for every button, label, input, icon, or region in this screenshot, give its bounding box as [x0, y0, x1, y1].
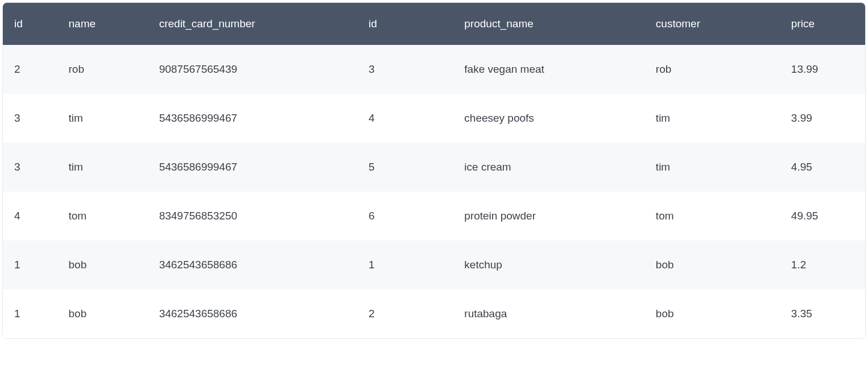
cell-id-2: 2 [357, 289, 453, 338]
data-table: id name credit_card_number id product_na… [3, 3, 865, 338]
col-header-customer: customer [644, 3, 780, 45]
table-row: 4 tom 8349756853250 6 protein powder tom… [3, 192, 865, 240]
cell-product-name: ketchup [453, 240, 644, 289]
cell-price: 49.95 [780, 192, 865, 240]
cell-name: tim [57, 94, 148, 143]
cell-credit-card-number: 3462543658686 [148, 240, 357, 289]
col-header-name: name [57, 3, 148, 45]
cell-credit-card-number: 5436586999467 [148, 143, 357, 192]
table-row: 2 rob 9087567565439 3 fake vegan meat ro… [3, 45, 865, 94]
cell-credit-card-number: 3462543658686 [148, 289, 357, 338]
table-row: 1 bob 3462543658686 1 ketchup bob 1.2 [3, 240, 865, 289]
col-header-id: id [3, 3, 57, 45]
cell-name: tim [57, 143, 148, 192]
col-header-credit-card-number: credit_card_number [148, 3, 357, 45]
cell-customer: rob [644, 45, 780, 94]
cell-product-name: fake vegan meat [453, 45, 644, 94]
col-header-product-name: product_name [453, 3, 644, 45]
cell-id: 1 [3, 289, 57, 338]
cell-price: 1.2 [780, 240, 865, 289]
cell-price: 13.99 [780, 45, 865, 94]
cell-id-2: 5 [357, 143, 453, 192]
cell-price: 3.99 [780, 94, 865, 143]
cell-credit-card-number: 8349756853250 [148, 192, 357, 240]
cell-id-2: 6 [357, 192, 453, 240]
col-header-price: price [780, 3, 865, 45]
cell-name: bob [57, 289, 148, 338]
cell-name: bob [57, 240, 148, 289]
cell-name: tom [57, 192, 148, 240]
cell-id: 2 [3, 45, 57, 94]
cell-customer: bob [644, 289, 780, 338]
cell-credit-card-number: 9087567565439 [148, 45, 357, 94]
cell-name: rob [57, 45, 148, 94]
col-header-id-2: id [357, 3, 453, 45]
table-row: 1 bob 3462543658686 2 rutabaga bob 3.35 [3, 289, 865, 338]
cell-customer: tom [644, 192, 780, 240]
cell-id: 1 [3, 240, 57, 289]
cell-id-2: 1 [357, 240, 453, 289]
table-row: 3 tim 5436586999467 4 cheesey poofs tim … [3, 94, 865, 143]
cell-price: 3.35 [780, 289, 865, 338]
cell-product-name: rutabaga [453, 289, 644, 338]
cell-product-name: ice cream [453, 143, 644, 192]
cell-customer: tim [644, 143, 780, 192]
cell-product-name: cheesey poofs [453, 94, 644, 143]
cell-product-name: protein powder [453, 192, 644, 240]
cell-id: 4 [3, 192, 57, 240]
cell-customer: tim [644, 94, 780, 143]
table-header-row: id name credit_card_number id product_na… [3, 3, 865, 45]
cell-id-2: 4 [357, 94, 453, 143]
cell-credit-card-number: 5436586999467 [148, 94, 357, 143]
data-table-container: id name credit_card_number id product_na… [2, 2, 866, 339]
cell-id: 3 [3, 143, 57, 192]
table-row: 3 tim 5436586999467 5 ice cream tim 4.95 [3, 143, 865, 192]
cell-id-2: 3 [357, 45, 453, 94]
cell-id: 3 [3, 94, 57, 143]
cell-price: 4.95 [780, 143, 865, 192]
cell-customer: bob [644, 240, 780, 289]
